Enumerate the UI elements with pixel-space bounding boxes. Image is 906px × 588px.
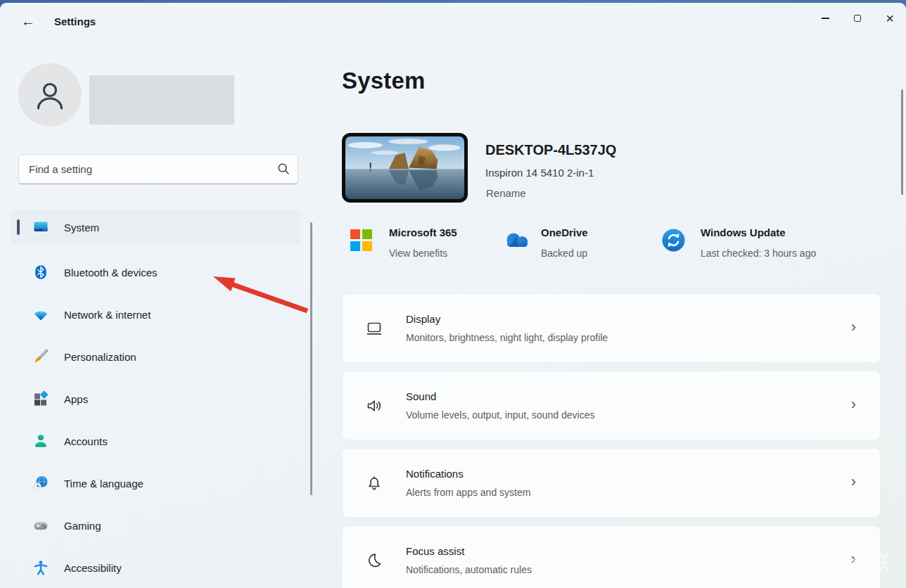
account-name-redacted bbox=[89, 75, 234, 124]
window-title: Settings bbox=[54, 15, 96, 27]
apps-icon bbox=[32, 390, 49, 407]
bluetooth-icon bbox=[32, 264, 49, 281]
chevron-right-icon: › bbox=[851, 474, 856, 490]
notifications-icon bbox=[364, 473, 385, 494]
chevron-right-icon: › bbox=[851, 551, 856, 567]
sidebar-item-accounts[interactable]: Accounts bbox=[11, 423, 300, 459]
settings-window: ← Settings × bbox=[0, 3, 906, 588]
wallpaper-thumbnail bbox=[345, 136, 464, 199]
system-icon bbox=[32, 219, 49, 236]
close-button[interactable]: × bbox=[874, 3, 906, 34]
gaming-icon bbox=[32, 517, 49, 534]
minimize-button[interactable] bbox=[809, 3, 841, 34]
minimize-icon bbox=[822, 18, 829, 19]
maximize-icon bbox=[854, 15, 861, 22]
close-icon: × bbox=[886, 11, 894, 25]
sidebar-item-label: System bbox=[64, 222, 99, 234]
card-notifications[interactable]: Notifications Alerts from apps and syste… bbox=[342, 448, 881, 518]
status-subtitle: View benefits bbox=[389, 248, 447, 259]
display-icon bbox=[364, 318, 385, 339]
sidebar-item-label: Accounts bbox=[64, 435, 108, 447]
card-subtitle: Volume levels, output, input, sound devi… bbox=[406, 409, 595, 421]
sidebar-item-personalization[interactable]: Personalization bbox=[11, 339, 300, 374]
sidebar-item-system[interactable]: System bbox=[11, 210, 300, 245]
card-title: Focus assist bbox=[406, 545, 464, 557]
sidebar-item-label: Bluetooth & devices bbox=[64, 267, 158, 279]
rename-link[interactable]: Rename bbox=[486, 187, 526, 199]
accounts-icon bbox=[32, 433, 49, 449]
card-subtitle: Notifications, automatic rules bbox=[406, 564, 532, 575]
card-display[interactable]: Display Monitors, brightness, night ligh… bbox=[342, 293, 881, 363]
windows-update-icon bbox=[662, 229, 685, 255]
sound-icon bbox=[364, 395, 385, 416]
card-focus-assist[interactable]: Focus assist Notifications, automatic ru… bbox=[342, 525, 881, 588]
sidebar-item-time-language[interactable]: Time & language bbox=[11, 466, 300, 501]
card-title: Display bbox=[406, 313, 440, 325]
sidebar: System Bluetooth & devices Network bbox=[0, 41, 317, 588]
person-icon bbox=[34, 79, 66, 111]
sidebar-item-label: Time & language bbox=[64, 478, 143, 490]
selection-indicator bbox=[17, 219, 20, 235]
device-preview-image bbox=[342, 133, 468, 203]
window-controls: × bbox=[809, 3, 906, 37]
sidebar-item-gaming[interactable]: Gaming bbox=[11, 508, 300, 543]
sidebar-item-bluetooth-devices[interactable]: Bluetooth & devices bbox=[11, 255, 300, 290]
sidebar-item-label: Personalization bbox=[64, 351, 136, 363]
status-title: Microsoft 365 bbox=[389, 226, 457, 238]
accessibility-icon bbox=[32, 559, 49, 576]
main-scrollbar[interactable] bbox=[901, 89, 903, 195]
chevron-right-icon: › bbox=[851, 397, 856, 412]
onedrive-icon bbox=[502, 231, 532, 253]
page-title: System bbox=[342, 68, 426, 94]
sidebar-item-network-internet[interactable]: Network & internet bbox=[11, 297, 300, 332]
card-subtitle: Monitors, brightness, night light, displ… bbox=[406, 332, 608, 343]
back-button[interactable]: ← bbox=[14, 8, 42, 34]
search-input[interactable] bbox=[18, 154, 298, 184]
device-model: Inspiron 14 5410 2-in-1 bbox=[485, 167, 594, 179]
search-box bbox=[18, 154, 298, 184]
status-title: OneDrive bbox=[541, 226, 588, 238]
back-arrow-icon: ← bbox=[21, 13, 35, 30]
sidebar-item-label: Accessibility bbox=[64, 562, 122, 574]
card-title: Sound bbox=[406, 390, 436, 402]
status-subtitle: Last checked: 3 hours ago bbox=[701, 248, 816, 259]
sidebar-scrollbar[interactable] bbox=[310, 222, 312, 495]
network-icon bbox=[32, 306, 49, 323]
personalization-icon bbox=[32, 348, 49, 365]
card-sound[interactable]: Sound Volume levels, output, input, soun… bbox=[342, 371, 881, 440]
sidebar-item-label: Apps bbox=[64, 393, 88, 405]
sidebar-item-apps[interactable]: Apps bbox=[11, 381, 300, 416]
sidebar-item-label: Gaming bbox=[64, 520, 101, 532]
sidebar-item-accessibility[interactable]: Accessibility bbox=[11, 550, 300, 585]
status-title: Windows Update bbox=[701, 226, 786, 238]
chevron-right-icon: › bbox=[851, 319, 856, 335]
focus-assist-icon bbox=[364, 550, 385, 571]
card-subtitle: Alerts from apps and system bbox=[406, 487, 530, 498]
titlebar: ← Settings × bbox=[0, 3, 906, 41]
device-name: DESKTOP-4L537JQ bbox=[485, 142, 616, 158]
maximize-button[interactable] bbox=[841, 3, 874, 34]
sidebar-item-label: Network & internet bbox=[64, 309, 151, 321]
card-title: Notifications bbox=[406, 468, 464, 480]
status-subtitle: Backed up bbox=[541, 248, 587, 259]
time-language-icon bbox=[32, 475, 49, 492]
main-content: System bbox=[342, 41, 906, 588]
avatar[interactable] bbox=[18, 63, 82, 127]
search-icon bbox=[277, 162, 290, 175]
microsoft-365-icon bbox=[350, 229, 372, 251]
